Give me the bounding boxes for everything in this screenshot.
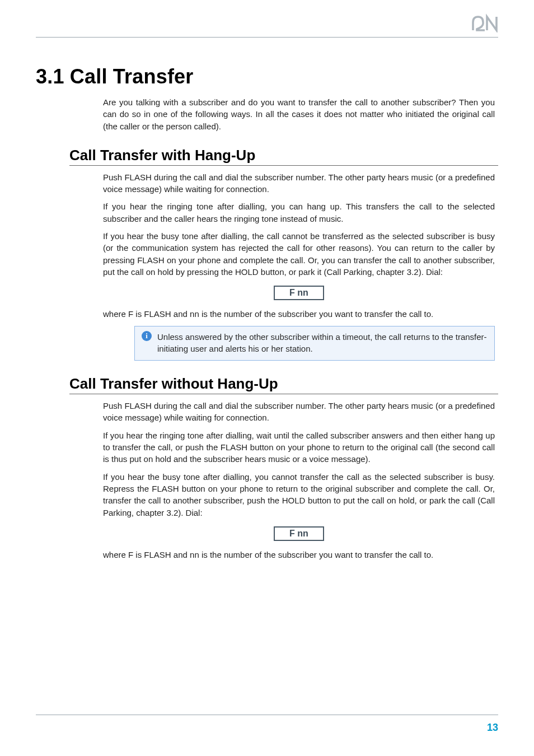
section-heading-with-hangup: Call Transfer with Hang-Up [69, 147, 498, 164]
without-hangup-p1: Push FLASH during the call and dial the … [103, 400, 495, 424]
brand-logo-icon [471, 13, 498, 32]
with-hangup-p1: Push FLASH during the call and dial the … [103, 171, 495, 195]
section-rule [69, 165, 498, 166]
without-hangup-p2: If you hear the ringing tone after diall… [103, 430, 495, 465]
intro-paragraph: Are you talking with a subscriber and do… [103, 96, 495, 132]
with-hangup-p2: If you hear the ringing tone after diall… [103, 200, 495, 225]
without-hangup-p3: If you hear the busy tone after dialling… [103, 471, 495, 519]
info-icon: i [142, 331, 152, 341]
section-rule [69, 394, 498, 394]
without-hangup-p4: where F is FLASH and nn is the number of… [103, 549, 495, 561]
with-hangup-p3: If you hear the busy tone after dialling… [103, 230, 495, 278]
info-callout: i Unless answered by the other subscribe… [134, 326, 495, 361]
section-heading-without-hangup: Call Transfer without Hang-Up [69, 375, 498, 393]
info-text: Unless answered by the other subscriber … [157, 331, 489, 355]
dial-code-box: F nn [274, 286, 324, 300]
header-rule [36, 37, 498, 38]
with-hangup-p4: where F is FLASH and nn is the number of… [103, 308, 495, 320]
page-footer: 13 [36, 715, 498, 734]
dial-code-box: F nn [274, 526, 324, 541]
page-number: 13 [487, 722, 498, 733]
document-page: 3.1 Call Transfer Are you talking with a… [0, 0, 534, 756]
page-title: 3.1 Call Transfer [36, 65, 498, 88]
